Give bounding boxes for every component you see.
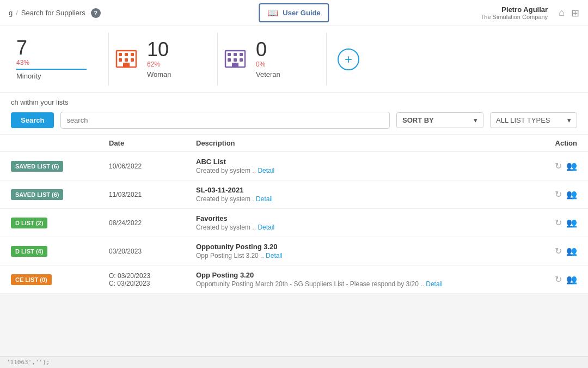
- description-cell: SL-03-11-2021 Created by system . Detail: [196, 186, 523, 203]
- filter-label: ALL LIST TYPES: [496, 116, 550, 124]
- veteran-building-icon: [223, 46, 247, 72]
- detail-link[interactable]: Detail: [266, 252, 283, 260]
- breadcrumb-current: Search for Suppliers: [21, 9, 85, 17]
- users-icon[interactable]: 👥: [566, 246, 577, 256]
- list-badge-cell: SAVED LIST (6): [11, 189, 109, 200]
- date-value: 10/06/2022: [109, 162, 196, 170]
- col-header-type: [11, 139, 109, 147]
- list-badge: CE LIST (0): [11, 274, 52, 285]
- footer-code: '11063','');: [7, 359, 50, 366]
- list-title: Opp Posting 3.20: [196, 271, 523, 279]
- search-controls: Search SORT BY ▾ ALL LIST TYPES ▾: [11, 112, 577, 129]
- list-title: Oppotunity Posting 3.20: [196, 243, 523, 251]
- history-icon[interactable]: ↻: [555, 246, 562, 256]
- description-cell: Oppotunity Posting 3.20 Opp Posting List…: [196, 243, 523, 260]
- stats-section: 7 43% Minority 10 62% Woman: [0, 26, 588, 93]
- list-badge-cell: D LIST (2): [11, 218, 109, 228]
- list-subtitle: Opp Posting List 3.20 .. Detail: [196, 252, 523, 260]
- history-icon[interactable]: ↻: [555, 189, 562, 200]
- search-section: ch within your lists Search SORT BY ▾ AL…: [0, 93, 588, 135]
- action-cell: ↻ 👥: [523, 161, 577, 171]
- list-badge-cell: SAVED LIST (6): [11, 161, 109, 172]
- history-icon[interactable]: ↻: [555, 161, 562, 171]
- users-icon[interactable]: 👥: [566, 189, 577, 200]
- detail-link[interactable]: Detail: [258, 167, 274, 174]
- list-badge-cell: D LIST (4): [11, 246, 109, 257]
- sort-by-chevron-icon: ▾: [474, 116, 477, 124]
- header-right: Pietro Aguilar The Simulation Company ⌂ …: [481, 5, 579, 20]
- woman-pct: 62%: [147, 61, 171, 68]
- home-icon[interactable]: ⌂: [559, 7, 565, 19]
- list-badge: SAVED LIST (6): [11, 189, 63, 200]
- veteran-stat-card: 0 0% Veteran: [218, 33, 327, 86]
- col-header-description: Description: [196, 139, 523, 147]
- minority-underline: [16, 69, 87, 70]
- svg-rect-15: [232, 63, 238, 67]
- users-icon[interactable]: 👥: [566, 218, 577, 228]
- svg-rect-12: [228, 58, 231, 62]
- description-cell: Favorites Created by system .. Detail: [196, 214, 523, 231]
- add-btn-card: +: [327, 33, 370, 86]
- history-icon[interactable]: ↻: [555, 218, 562, 228]
- date-value: 03/20/2023: [109, 248, 196, 255]
- list-badge: SAVED LIST (6): [11, 161, 63, 172]
- table-row: D LIST (4) 03/20/2023 Oppotunity Posting…: [0, 237, 588, 266]
- user-name: Pietro Aguilar: [481, 5, 548, 14]
- detail-link[interactable]: Detail: [258, 224, 274, 231]
- users-icon[interactable]: 👥: [566, 274, 577, 285]
- user-info: Pietro Aguilar The Simulation Company: [481, 5, 548, 20]
- history-icon[interactable]: ↻: [555, 274, 562, 285]
- svg-rect-1: [119, 53, 122, 56]
- breadcrumb-parent: g: [9, 9, 13, 17]
- svg-rect-11: [240, 53, 243, 56]
- search-hint: ch within your lists: [11, 98, 577, 106]
- veteran-count: 0: [256, 40, 280, 59]
- header: g / Search for Suppliers ? 📖 User Guide …: [0, 0, 588, 26]
- table-section: Date Description Action SAVED LIST (6) 1…: [0, 135, 588, 294]
- date-cell: 08/24/2022: [109, 219, 196, 227]
- list-title: ABC List: [196, 158, 523, 166]
- search-button[interactable]: Search: [11, 112, 54, 128]
- user-company: The Simulation Company: [481, 14, 548, 20]
- table-row: SAVED LIST (6) 10/06/2022 ABC List Creat…: [0, 152, 588, 180]
- veteran-pct: 0%: [256, 61, 280, 68]
- svg-rect-14: [240, 58, 243, 62]
- date-value: 08/24/2022: [109, 219, 196, 227]
- add-button[interactable]: +: [338, 49, 359, 70]
- action-cell: ↻ 👥: [523, 218, 577, 228]
- description-cell: Opp Posting 3.20 Opportunity Posting Mar…: [196, 271, 523, 288]
- minority-count: 7: [16, 38, 27, 58]
- woman-building-icon: [114, 46, 138, 72]
- list-type-filter-dropdown[interactable]: ALL LIST TYPES ▾: [490, 112, 577, 128]
- sort-by-dropdown[interactable]: SORT BY ▾: [396, 112, 483, 128]
- action-cell: ↻ 👥: [523, 246, 577, 256]
- date-cell: O: 03/20/2023 C: 03/20/2023: [109, 272, 196, 287]
- table-header: Date Description Action: [0, 135, 588, 152]
- list-badge: D LIST (4): [11, 246, 47, 257]
- minority-stat-card: 7 43% Minority: [11, 33, 109, 86]
- veteran-stats: 0 0% Veteran: [256, 40, 280, 79]
- detail-link[interactable]: Detail: [426, 280, 443, 288]
- detail-link[interactable]: Detail: [256, 195, 273, 203]
- user-guide-label: User Guide: [283, 9, 320, 17]
- col-header-action: Action: [523, 139, 577, 147]
- filter-chevron-icon: ▾: [567, 116, 571, 124]
- search-input[interactable]: [60, 112, 390, 129]
- help-icon[interactable]: ?: [91, 8, 101, 18]
- svg-rect-3: [131, 53, 134, 56]
- list-subtitle: Created by system . Detail: [196, 195, 523, 203]
- woman-stats: 10 62% Woman: [147, 40, 171, 79]
- woman-label: Woman: [147, 70, 171, 79]
- grid-icon[interactable]: ⊞: [571, 7, 579, 19]
- date-cell: 03/20/2023: [109, 248, 196, 255]
- col-header-date: Date: [109, 139, 196, 147]
- svg-rect-13: [234, 58, 237, 62]
- list-title: SL-03-11-2021: [196, 186, 523, 194]
- veteran-label: Veteran: [256, 70, 280, 79]
- date-cell: 10/06/2022: [109, 162, 196, 170]
- svg-rect-4: [119, 58, 122, 62]
- users-icon[interactable]: 👥: [566, 161, 577, 171]
- user-guide-button[interactable]: 📖 User Guide: [259, 3, 329, 22]
- svg-rect-10: [234, 53, 237, 56]
- table-row: CE LIST (0) O: 03/20/2023 C: 03/20/2023 …: [0, 266, 588, 294]
